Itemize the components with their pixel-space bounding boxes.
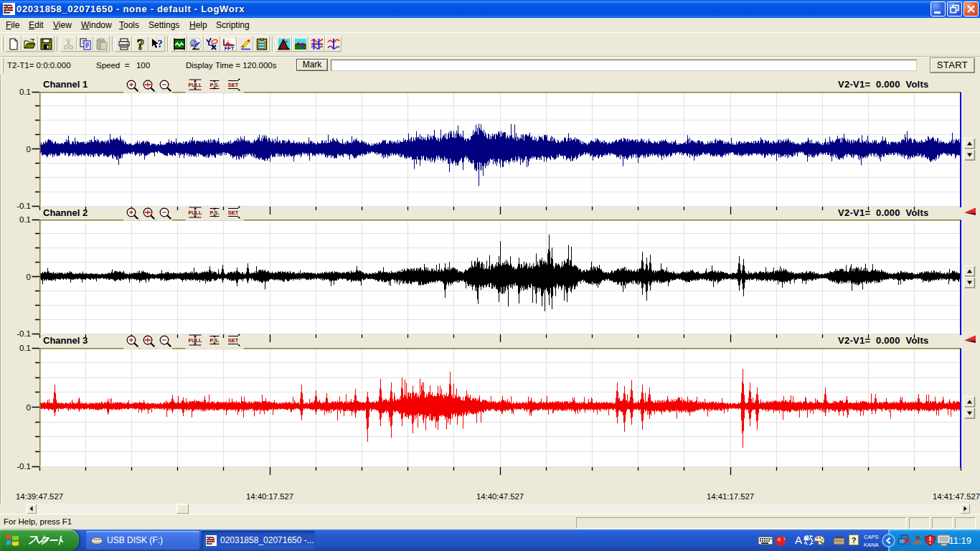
svg-text:0.1: 0.1 xyxy=(19,215,31,224)
svg-text:-0.1: -0.1 xyxy=(17,329,31,338)
svg-text:CAPS: CAPS xyxy=(864,534,879,540)
svg-text:14:41:17.527: 14:41:17.527 xyxy=(707,492,754,501)
svg-text:14:39:47.527: 14:39:47.527 xyxy=(16,492,63,501)
svg-text:?: ? xyxy=(852,536,857,545)
svg-text:Channel 1: Channel 1 xyxy=(43,79,88,90)
svg-text:0.1: 0.1 xyxy=(19,344,31,352)
svg-text:FFT: FFT xyxy=(225,45,235,51)
svg-text:14:41:47.527: 14:41:47.527 xyxy=(933,492,980,501)
svg-text:?: ? xyxy=(137,38,145,50)
svg-text:Channel 2: Channel 2 xyxy=(43,207,88,218)
svg-text:-0.1: -0.1 xyxy=(17,202,31,210)
svg-text:0: 0 xyxy=(27,145,31,154)
svg-text:V2-V1= 0.000 Volts: V2-V1= 0.000 Volts xyxy=(838,207,929,218)
svg-text:14:40:17.527: 14:40:17.527 xyxy=(246,492,293,501)
svg-text:0.1: 0.1 xyxy=(19,88,31,96)
svg-text:V2-V1= 0.000 Volts: V2-V1= 0.000 Volts xyxy=(838,335,929,346)
svg-text:14:40:47.527: 14:40:47.527 xyxy=(476,492,524,501)
svg-text:KANA: KANA xyxy=(864,542,880,548)
svg-text:0: 0 xyxy=(27,403,31,412)
svg-text:Channel 3: Channel 3 xyxy=(43,335,88,346)
svg-text:0: 0 xyxy=(27,273,31,281)
svg-text:A: A xyxy=(795,534,802,546)
svg-text:V2-V1= 0.000 Volts: V2-V1= 0.000 Volts xyxy=(838,79,929,90)
svg-text:?: ? xyxy=(158,39,163,50)
svg-text:-0.1: -0.1 xyxy=(17,462,31,471)
